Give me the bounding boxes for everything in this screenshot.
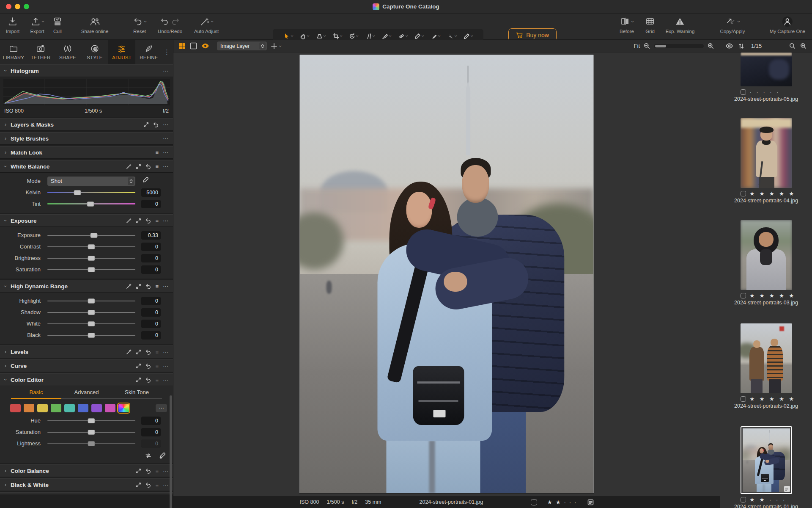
menu-icon[interactable]: ≡ [155,163,159,170]
swatch-red[interactable] [10,404,21,412]
proof-eye-icon[interactable] [201,43,209,49]
shadow-slider[interactable] [47,306,135,318]
cull-button[interactable]: Cull [52,16,63,34]
menu-icon[interactable]: ≡ [155,283,159,290]
slider-thumb[interactable] [88,321,95,326]
black-white-header[interactable]: › Black & White ≡⋯ [0,478,173,491]
thumbnail-photo-01[interactable] [741,426,792,494]
swatch-all-colors[interactable] [118,404,129,412]
ce-saturation-value[interactable]: 0 [141,428,161,436]
clone-tool-button[interactable]: › [414,33,424,39]
more-icon[interactable]: ⋯ [163,149,168,156]
straighten-tool-button[interactable]: › [365,33,375,39]
pick-checkbox[interactable] [741,293,746,298]
menu-icon[interactable]: ≡ [155,377,159,383]
slider-thumb[interactable] [74,190,81,195]
highlight-value[interactable]: 0 [141,297,161,305]
kelvin-value[interactable]: 5000 [141,188,161,197]
swatch-yellow[interactable] [37,404,48,412]
levels-header[interactable]: › Levels ≡⋯ [0,345,173,358]
main-photo[interactable] [300,55,594,493]
expand-icon[interactable] [136,349,141,355]
copy-apply-button[interactable]: › Copy/Apply [720,16,745,34]
slider-thumb[interactable] [88,244,95,249]
swatch-purple[interactable] [91,404,102,412]
zoom-fit-label[interactable]: Fit [634,43,640,49]
lightness-value[interactable]: 0 [141,439,161,448]
pick-checkbox[interactable] [741,89,746,95]
thumbnail-photo-02[interactable] [741,323,792,393]
tab-shape[interactable]: SHAPE [54,40,81,64]
pan-tool-button[interactable]: › [300,33,309,39]
layers-masks-header[interactable]: › Layers & Masks ⋯ [0,118,173,131]
white-value[interactable]: 0 [141,320,161,328]
tab-advanced[interactable]: Advanced [61,389,112,399]
zoom-slider-thumb[interactable] [655,45,666,47]
tab-overflow-button[interactable]: ⋮ [164,48,170,56]
highlight-slider[interactable] [47,295,135,306]
grid-button[interactable]: Grid [645,16,655,34]
tab-skin-tone[interactable]: Skin Tone [112,389,162,399]
eye-icon[interactable] [726,43,733,49]
exposure-header[interactable]: › Exposure ≡⋯ [0,214,173,227]
match-look-header[interactable]: › Match Look ≡⋯ [0,146,173,159]
add-layer-icon[interactable] [271,43,277,49]
pick-checkbox[interactable] [531,499,537,505]
thumbnail-photo-05[interactable] [741,52,792,86]
more-icon[interactable]: ⋯ [163,121,168,128]
lightness-slider[interactable] [47,438,135,449]
panel-scrollbar[interactable] [170,395,172,508]
slider-thumb[interactable] [88,430,95,435]
swatch-orange[interactable] [24,404,34,412]
more-icon[interactable]: ⋯ [163,283,168,290]
slider-thumb[interactable] [88,256,95,261]
heal-tool-button[interactable]: › [398,33,408,39]
expand-icon[interactable] [136,482,141,488]
reset-icon[interactable] [145,164,151,169]
reset-icon[interactable] [153,122,159,127]
swatch-blue[interactable] [78,404,88,412]
zoom-in-icon[interactable] [708,43,714,49]
exposure-slider[interactable] [47,229,135,241]
multi-view-icon[interactable] [178,42,186,50]
star-rating[interactable]: ★ ★ ★ ★ ★ [750,396,796,402]
reset-icon[interactable] [145,284,151,289]
menu-icon[interactable]: ≡ [155,149,159,156]
star-rating[interactable]: ★ ★ ★ ★ ★ [750,190,796,197]
keystone-tool-button[interactable]: › [316,33,326,39]
menu-icon[interactable]: ≡ [155,468,159,474]
hue-slider[interactable] [47,415,135,426]
more-icon[interactable]: ⋯ [163,218,168,224]
hdr-header[interactable]: › High Dynamic Range ≡⋯ [0,280,173,293]
slider-thumb[interactable] [87,202,94,207]
slider-thumb[interactable] [88,298,95,304]
more-icon[interactable]: ⋯ [163,482,168,488]
annotate-tool-button[interactable]: › [464,33,473,39]
more-icon[interactable]: ⋯ [163,68,168,74]
sort-icon[interactable] [738,43,744,49]
speed-edit-tool-button[interactable]: › [447,33,457,39]
more-icon[interactable]: ⋯ [163,349,168,355]
saturation-slider[interactable] [47,264,135,275]
thumbnail-photo-04[interactable] [741,118,792,188]
close-window-button[interactable] [6,4,11,9]
slider-thumb[interactable] [88,441,95,446]
swatch-cyan[interactable] [64,404,75,412]
color-editor-header[interactable]: › Color Editor ≡⋯ [0,373,173,386]
import-button[interactable]: Import [6,16,20,34]
reset-icon[interactable] [145,468,151,474]
reset-icon[interactable] [145,482,151,488]
pick-color-icon[interactable] [159,453,165,459]
more-icon[interactable]: ⋯ [163,363,168,369]
menu-icon[interactable]: ≡ [155,363,159,369]
more-icon[interactable]: ⋯ [163,468,168,474]
exposure-value[interactable]: 0.33 [141,231,161,240]
single-view-icon[interactable] [190,42,197,50]
star-rating[interactable]: ★ ★ · · · [750,497,787,503]
filter-zoom-icon[interactable] [800,43,807,49]
more-icon[interactable]: ⋯ [163,163,168,170]
expand-icon[interactable] [136,218,141,224]
menu-icon[interactable]: ≡ [155,349,159,355]
tab-style[interactable]: STYLE [81,40,108,64]
export-button[interactable]: › Export [30,16,44,34]
